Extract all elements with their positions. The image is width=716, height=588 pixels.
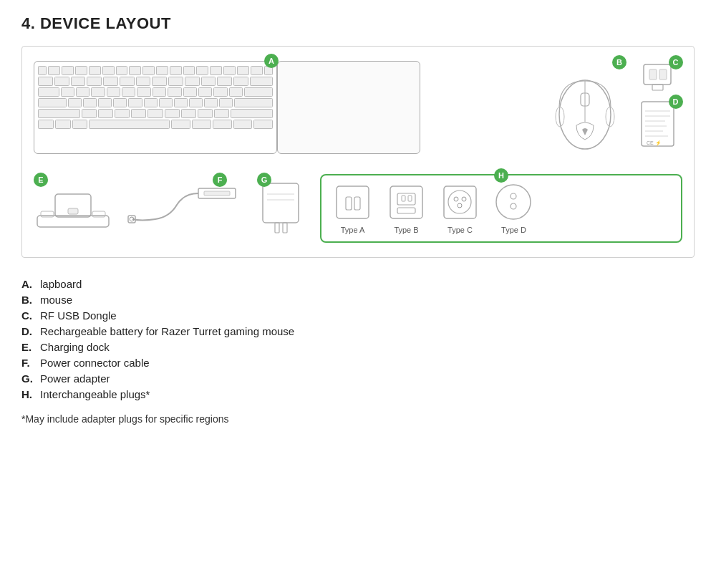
footnote: *May include adapter plugs for specific … — [21, 413, 695, 425]
svg-point-46 — [511, 203, 516, 209]
badge-h: H — [494, 168, 508, 183]
plugs-box: H Type A Type B — [320, 174, 682, 243]
svg-text:CE ⚡: CE ⚡ — [647, 140, 662, 146]
adapter-svg — [256, 180, 306, 237]
plug-d-svg — [494, 183, 533, 222]
plug-a-label: Type A — [341, 226, 365, 234]
legend-item-d: D. Rechargeable battery for Razer Turret… — [21, 325, 695, 337]
legend-letter-f: F. — [21, 357, 36, 369]
legend-item-h: H. Interchangeable plugs* — [21, 388, 695, 400]
legend-text-a: lapboard — [40, 278, 82, 290]
battery-svg: CE ⚡ — [638, 100, 677, 150]
plug-type-b: Type B — [387, 183, 426, 234]
page-title: 4. DEVICE LAYOUT — [21, 14, 695, 33]
cable-diagram: F — [127, 180, 241, 237]
lapboard-diagram: A — [34, 61, 420, 154]
svg-rect-33 — [354, 197, 360, 210]
dongle-area: C D — [632, 61, 682, 154]
badge-a: A — [264, 54, 279, 68]
top-row: A — [34, 61, 682, 154]
svg-rect-36 — [397, 208, 415, 213]
legend-item-g: G. Power adapter — [21, 372, 695, 385]
keyboard-box — [34, 61, 277, 154]
svg-rect-7 — [649, 69, 657, 79]
badge-b: B — [612, 55, 626, 69]
legend-letter-d: D. — [21, 325, 36, 337]
adapter-diagram: G — [256, 180, 306, 237]
svg-rect-8 — [659, 69, 667, 79]
svg-rect-9 — [642, 102, 674, 146]
svg-rect-23 — [204, 191, 230, 196]
legend-item-f: F. Power connector cable — [21, 357, 695, 369]
svg-rect-27 — [275, 223, 279, 233]
plug-type-a: Type A — [333, 183, 372, 234]
legend-letter-a: A. — [21, 278, 36, 290]
legend-letter-g: G. — [21, 372, 36, 385]
svg-rect-32 — [346, 197, 352, 210]
plug-type-c: Type C — [440, 183, 480, 234]
legend: A. lapboard B. mouse C. RF USB Dongle D.… — [21, 278, 695, 400]
dock-svg — [34, 180, 112, 237]
svg-rect-38 — [408, 196, 412, 201]
svg-rect-6 — [652, 85, 663, 90]
legend-letter-c: C. — [21, 309, 36, 322]
legend-item-c: C. RF USB Dongle — [21, 309, 695, 322]
legend-text-h: Interchangeable plugs* — [40, 388, 150, 400]
svg-point-40 — [448, 191, 471, 213]
svg-rect-35 — [397, 193, 415, 205]
plug-type-d: Type D — [494, 183, 533, 234]
svg-rect-21 — [92, 211, 105, 217]
svg-rect-31 — [337, 186, 369, 218]
badge-e: E — [34, 173, 48, 187]
bottom-row: E F — [34, 174, 682, 243]
svg-point-43 — [458, 203, 462, 208]
mouse-diagram: B — [549, 61, 621, 154]
badge-d: D — [669, 95, 683, 109]
diagram-area: A — [21, 46, 695, 258]
trackpad-box — [277, 61, 420, 154]
svg-point-45 — [511, 193, 516, 199]
plug-c-label: Type C — [448, 226, 473, 234]
legend-letter-b: B. — [21, 294, 36, 306]
svg-rect-37 — [402, 196, 405, 201]
plug-d-label: Type D — [501, 226, 526, 234]
legend-text-c: RF USB Dongle — [40, 309, 117, 322]
legend-text-f: Power connector cable — [40, 357, 150, 369]
svg-rect-26 — [263, 183, 299, 223]
svg-point-42 — [462, 197, 466, 201]
legend-item-e: E. Charging dock — [21, 341, 695, 353]
legend-item-b: B. mouse — [21, 294, 695, 306]
legend-item-a: A. lapboard — [21, 278, 695, 290]
svg-rect-28 — [283, 223, 287, 233]
legend-text-d: Rechargeable battery for Razer Turret ga… — [40, 325, 294, 337]
svg-rect-19 — [68, 208, 78, 214]
legend-text-e: Charging dock — [40, 341, 110, 353]
cable-svg — [127, 180, 241, 237]
plug-b-label: Type B — [394, 226, 418, 234]
legend-letter-h: H. — [21, 388, 36, 400]
svg-rect-20 — [41, 211, 54, 217]
legend-text-g: Power adapter — [40, 372, 110, 385]
dock-diagram: E — [34, 180, 112, 237]
plug-c-svg — [440, 183, 480, 222]
svg-point-41 — [454, 197, 458, 201]
badge-c: C — [669, 55, 683, 69]
legend-text-b: mouse — [40, 294, 72, 306]
plug-b-svg — [387, 183, 426, 222]
svg-point-44 — [496, 185, 531, 219]
badge-g: G — [257, 173, 271, 187]
legend-letter-e: E. — [21, 341, 36, 353]
mouse-svg — [549, 61, 621, 154]
badge-f: F — [213, 173, 227, 187]
plug-a-svg — [333, 183, 372, 222]
